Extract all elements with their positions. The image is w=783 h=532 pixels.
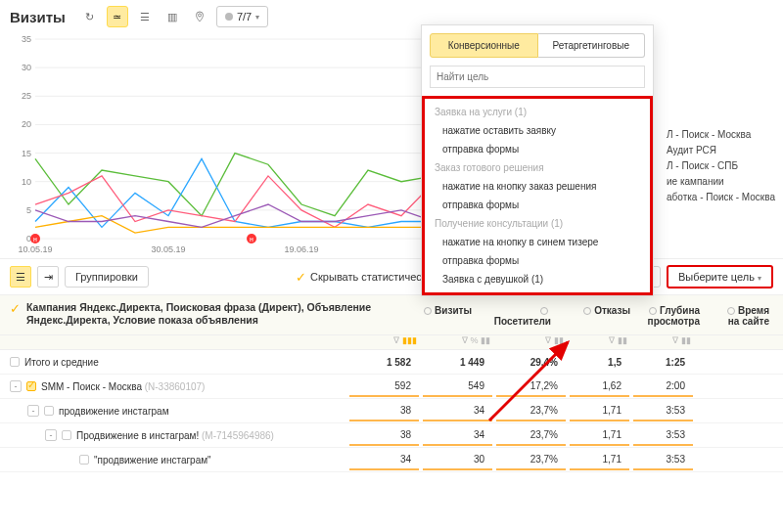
- refresh-icon[interactable]: ↻: [79, 6, 101, 27]
- view-tree-icon[interactable]: ⇥: [37, 266, 59, 288]
- sort-icon[interactable]: ▮▮: [618, 335, 627, 345]
- expand-toggle[interactable]: -: [27, 405, 39, 417]
- chevron-down-icon: ▾: [758, 274, 761, 283]
- goal-category: Заказ готового решения: [425, 158, 650, 177]
- svg-text:10.05.19: 10.05.19: [18, 244, 52, 254]
- cell-bounce: 23,7%: [496, 450, 566, 470]
- cell-visits: 592: [349, 377, 419, 397]
- legend-item[interactable]: Л - Поиск - СПБ: [667, 158, 775, 174]
- goal-item[interactable]: отправка формы: [425, 251, 650, 270]
- row-checkbox[interactable]: [79, 455, 89, 465]
- goal-item[interactable]: нажатие на кнопку в синем тизере: [425, 233, 650, 251]
- top-toolbar: Визиты ↻ ≃ ☰ ▥ 7/7 ▾: [0, 0, 783, 33]
- tab-retargeting[interactable]: Ретаргетинговые: [538, 33, 646, 58]
- table-row: -Продвижение в инстаграм! (M-7145964986)…: [0, 423, 783, 448]
- table-subheader: ∇ ▮▮▮ ∇ % ▮▮ ∇ ▮▮ ∇ ▮▮ ∇ ▮▮: [0, 335, 783, 350]
- check-icon: ✓: [296, 270, 306, 285]
- table-toolbar: ☰ ⇥ Группировки ✓ Скрывать статистически…: [0, 258, 783, 294]
- cell-visits: 34: [349, 450, 419, 470]
- row-checkbox[interactable]: [44, 406, 54, 416]
- cell-depth: 1,71: [570, 401, 629, 421]
- col-visits[interactable]: Визиты: [435, 305, 472, 316]
- row-checkbox[interactable]: [26, 381, 36, 391]
- svg-text:н: н: [33, 236, 37, 243]
- svg-text:30.05.19: 30.05.19: [151, 244, 185, 254]
- cell-time: 3:53: [633, 450, 693, 470]
- goal-search-input[interactable]: [430, 66, 645, 88]
- cell-visits: 1 582: [349, 353, 419, 372]
- map-icon[interactable]: [189, 6, 210, 27]
- goal-item[interactable]: Заявка с девушкой (1): [425, 270, 650, 288]
- chart-bars-icon[interactable]: ☰: [134, 6, 156, 27]
- table-row: -продвижение инстаграм 38 34 23,7% 1,71 …: [0, 399, 783, 423]
- table-row: Итого и средние 1 582 1 449 29,4% 1,5 1:…: [0, 350, 783, 375]
- cell-visitors: 34: [423, 401, 492, 421]
- col-visitors[interactable]: Посетители: [494, 316, 551, 327]
- stats-table: ✓ Кампания Яндекс.Директа, Поисковая фра…: [0, 294, 783, 472]
- tab-conversion[interactable]: Конверсионные: [430, 33, 538, 58]
- svg-text:н: н: [250, 236, 253, 243]
- goals-list-highlight: Заявка на услуги (1)нажатие оставить зая…: [422, 96, 653, 295]
- cell-time: 1:25: [633, 353, 693, 372]
- check-icon: ✓: [10, 301, 21, 316]
- cell-time: 3:53: [633, 425, 693, 446]
- grouping-header: Кампания Яндекс.Директа, Поисковая фраза…: [26, 301, 396, 327]
- cell-depth: 1,71: [570, 425, 629, 446]
- row-checkbox[interactable]: [10, 357, 20, 367]
- chart-line-icon[interactable]: ≃: [107, 6, 128, 27]
- svg-text:30: 30: [22, 63, 31, 72]
- legend-item[interactable]: ие кампании: [667, 174, 775, 190]
- choose-goal-button[interactable]: Выберите цель ▾: [667, 265, 773, 288]
- svg-text:19.06.19: 19.06.19: [284, 244, 318, 254]
- visits-chart: 0510152025303510.05.1930.05.1919.06.1909…: [10, 33, 440, 258]
- legend-item[interactable]: аботка - Поиск - Москва: [667, 190, 775, 205]
- chart-stacked-icon[interactable]: ▥: [161, 6, 183, 27]
- goal-item[interactable]: отправка формы: [425, 196, 650, 214]
- cell-bounce: 23,7%: [496, 401, 566, 421]
- groupings-button[interactable]: Группировки: [65, 266, 149, 288]
- cell-bounce: 17,2%: [496, 377, 566, 397]
- page-selector[interactable]: 7/7 ▾: [216, 6, 268, 27]
- col-bounce[interactable]: Отказы: [594, 305, 630, 316]
- legend-item[interactable]: Л - Поиск - Москва: [667, 127, 775, 143]
- filter-icon[interactable]: ∇: [545, 335, 551, 345]
- cell-bounce: 23,7%: [496, 425, 566, 446]
- sort-icon[interactable]: ▮▮: [481, 335, 490, 345]
- filter-icon[interactable]: ∇: [462, 335, 468, 345]
- goal-item[interactable]: отправка формы: [425, 140, 650, 158]
- view-list-icon[interactable]: ☰: [10, 266, 31, 288]
- table-row: "продвижение инстаграм" 34 30 23,7% 1,71…: [0, 448, 783, 472]
- cell-visitors: 1 449: [423, 353, 492, 372]
- page-count: 7/7: [237, 11, 252, 22]
- cell-bounce: 29,4%: [496, 353, 566, 372]
- svg-text:5: 5: [26, 205, 31, 215]
- expand-toggle[interactable]: -: [45, 429, 57, 441]
- svg-point-0: [198, 14, 201, 17]
- chart-legend: Л - Поиск - МоскваАудит РСЯЛ - Поиск - С…: [667, 127, 775, 205]
- svg-text:15: 15: [22, 149, 31, 158]
- goal-category: Получение консультации (1): [425, 214, 650, 233]
- goal-item[interactable]: нажатие оставить заявку: [425, 121, 650, 140]
- goal-item[interactable]: нажатие на кнопку заказ решения: [425, 177, 650, 196]
- page-title: Визиты: [10, 9, 66, 25]
- line-chart-svg: 0510152025303510.05.1930.05.1919.06.1909…: [10, 33, 440, 258]
- cell-visitors: 30: [423, 450, 492, 470]
- sort-icon[interactable]: ▮▮▮: [402, 335, 417, 345]
- cell-visitors: 34: [423, 425, 492, 446]
- filter-icon[interactable]: ∇: [393, 335, 399, 345]
- sort-icon[interactable]: ▮▮: [681, 335, 691, 345]
- filter-icon[interactable]: ∇: [672, 335, 678, 345]
- svg-text:20: 20: [22, 119, 31, 129]
- cell-time: 3:53: [633, 401, 693, 421]
- sort-icon[interactable]: ▮▮: [554, 335, 564, 345]
- table-row: -SMM - Поиск - Москва (N-33860107) 592 5…: [0, 375, 783, 399]
- goal-category: Заявка на услуги (1): [425, 103, 650, 121]
- cell-time: 2:00: [633, 377, 693, 397]
- svg-text:10: 10: [22, 177, 31, 187]
- legend-item[interactable]: Аудит РСЯ: [667, 143, 775, 158]
- filter-icon[interactable]: ∇: [609, 335, 615, 345]
- expand-toggle[interactable]: -: [10, 380, 22, 392]
- svg-text:35: 35: [22, 34, 31, 44]
- cell-visitors: 549: [423, 377, 492, 397]
- row-checkbox[interactable]: [62, 430, 71, 440]
